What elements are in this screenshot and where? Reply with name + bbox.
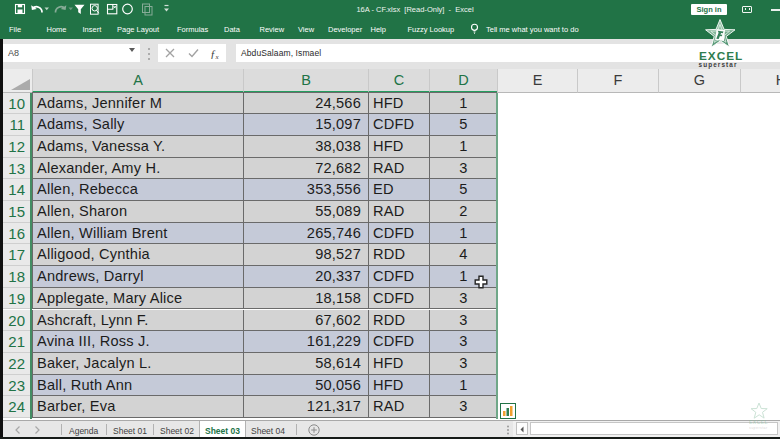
svg-text:superstar: superstar — [749, 426, 768, 430]
svg-text:x: x — [215, 52, 220, 59]
svg-text:superstar: superstar — [699, 61, 738, 69]
svg-text:EXCEL: EXCEL — [749, 419, 768, 425]
